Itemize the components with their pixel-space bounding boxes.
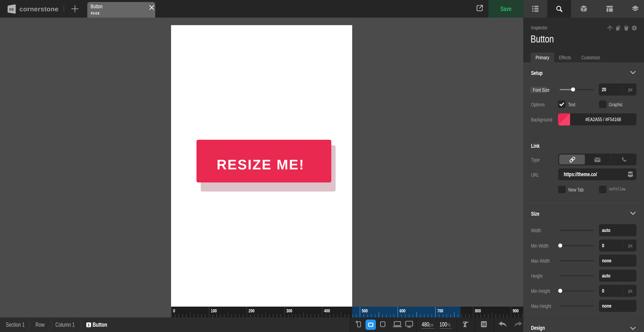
svg-text:cs: cs [9, 7, 14, 11]
